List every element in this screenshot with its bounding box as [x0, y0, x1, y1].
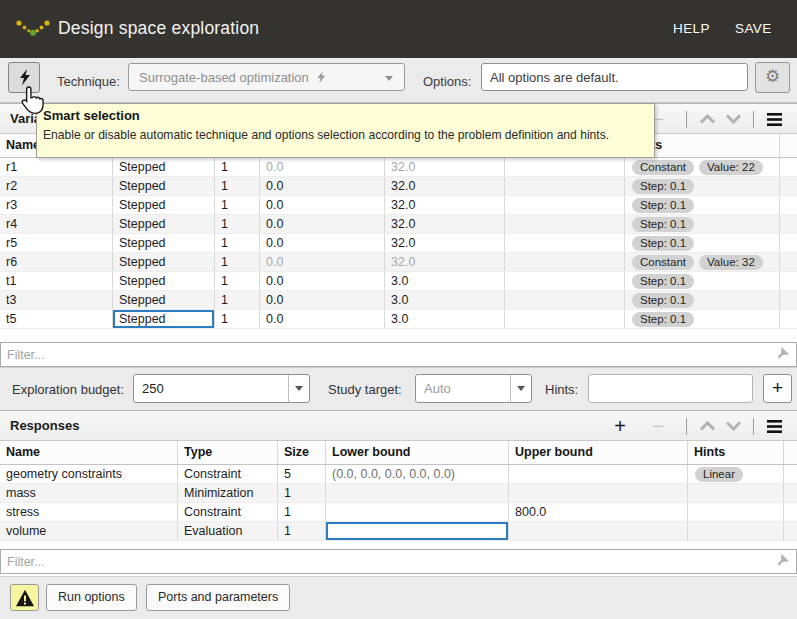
- filter-funnel-icon[interactable]: [772, 345, 790, 363]
- var-hints-cell[interactable]: ConstantValue: 22: [625, 158, 780, 176]
- var-lower-cell[interactable]: 0.0: [260, 158, 385, 176]
- gear-icon[interactable]: ⚙: [755, 62, 790, 93]
- resp-upper-cell[interactable]: [509, 465, 688, 483]
- resp-name-cell[interactable]: geometry constraints: [0, 465, 178, 483]
- var-name-cell[interactable]: t1: [0, 272, 113, 290]
- filter-input[interactable]: [1, 555, 775, 569]
- var-lower-cell[interactable]: 0.0: [260, 291, 385, 309]
- warnings-button[interactable]: [10, 584, 39, 611]
- resp-type-cell[interactable]: Minimization: [178, 484, 278, 502]
- resp-type-cell[interactable]: Constraint: [178, 465, 278, 483]
- var-hints-cell[interactable]: Step: 0.1: [625, 215, 780, 233]
- var-hints-cell[interactable]: Step: 0.1: [625, 272, 780, 290]
- var-extra-cell[interactable]: [505, 196, 625, 214]
- exploration-budget-dropdown[interactable]: 250: [133, 374, 310, 403]
- var-size-cell[interactable]: 1: [215, 196, 260, 214]
- var-extra-cell[interactable]: [505, 215, 625, 233]
- var-size-cell[interactable]: 1: [215, 253, 260, 271]
- var-size-cell[interactable]: 1: [215, 310, 260, 328]
- var-size-cell[interactable]: 1: [215, 234, 260, 252]
- var-type-cell[interactable]: Stepped: [113, 196, 215, 214]
- resp-upper-cell[interactable]: 800.0: [509, 503, 688, 521]
- var-hints-cell[interactable]: Step: 0.1: [625, 291, 780, 309]
- resp-lower-cell[interactable]: (0.0, 0.0, 0.0, 0.0, 0.0): [326, 465, 509, 483]
- var-extra-cell[interactable]: [505, 177, 625, 195]
- hints-input[interactable]: [588, 374, 753, 403]
- filter-funnel-icon[interactable]: [772, 552, 790, 570]
- var-upper-cell[interactable]: 32.0: [385, 253, 505, 271]
- add-button[interactable]: +: [607, 415, 633, 437]
- var-extra-cell[interactable]: [505, 234, 625, 252]
- var-hints-cell[interactable]: Step: 0.1: [625, 196, 780, 214]
- resp-lower-cell[interactable]: [326, 503, 509, 521]
- var-size-cell[interactable]: 1: [215, 272, 260, 290]
- move-down-button[interactable]: [720, 415, 746, 437]
- var-upper-cell[interactable]: 32.0: [385, 158, 505, 176]
- var-type-cell-selected[interactable]: Stepped: [113, 310, 215, 328]
- var-name-cell[interactable]: r4: [0, 215, 113, 233]
- var-name-cell[interactable]: r6: [0, 253, 113, 271]
- var-size-cell[interactable]: 1: [215, 291, 260, 309]
- var-type-cell[interactable]: Stepped: [113, 234, 215, 252]
- resp-size-cell[interactable]: 5: [278, 465, 326, 483]
- resp-lower-cell[interactable]: [326, 484, 509, 502]
- resp-name-cell[interactable]: stress: [0, 503, 178, 521]
- var-upper-cell[interactable]: 32.0: [385, 234, 505, 252]
- options-input[interactable]: [481, 63, 748, 91]
- resp-type-cell[interactable]: Evaluation: [178, 522, 278, 540]
- menu-button[interactable]: [761, 415, 787, 437]
- var-lower-cell[interactable]: 0.0: [260, 196, 385, 214]
- var-name-cell[interactable]: t5: [0, 310, 113, 328]
- remove-button[interactable]: −: [645, 415, 671, 437]
- var-name-cell[interactable]: r1: [0, 158, 113, 176]
- var-name-cell[interactable]: r5: [0, 234, 113, 252]
- study-target-dropdown[interactable]: Auto: [415, 374, 532, 403]
- var-lower-cell[interactable]: 0.0: [260, 253, 385, 271]
- resp-size-cell[interactable]: 1: [278, 484, 326, 502]
- var-hints-cell[interactable]: ConstantValue: 32: [625, 253, 780, 271]
- var-upper-cell[interactable]: 3.0: [385, 272, 505, 290]
- run-options-button[interactable]: Run options: [46, 584, 137, 611]
- var-type-cell[interactable]: Stepped: [113, 177, 215, 195]
- var-size-cell[interactable]: 1: [215, 215, 260, 233]
- var-type-cell[interactable]: Stepped: [113, 253, 215, 271]
- var-extra-cell[interactable]: [505, 310, 625, 328]
- var-size-cell[interactable]: 1: [215, 158, 260, 176]
- var-extra-cell[interactable]: [505, 253, 625, 271]
- var-lower-cell[interactable]: 0.0: [260, 272, 385, 290]
- add-hint-button[interactable]: +: [763, 374, 792, 403]
- dropdown-arrow-button[interactable]: [288, 375, 309, 402]
- var-name-cell[interactable]: t3: [0, 291, 113, 309]
- var-lower-cell[interactable]: 0.0: [260, 310, 385, 328]
- save-button[interactable]: SAVE: [735, 21, 772, 36]
- ports-and-parameters-button[interactable]: Ports and parameters: [146, 584, 290, 611]
- filter-input[interactable]: [1, 348, 775, 362]
- var-name-cell[interactable]: r2: [0, 177, 113, 195]
- var-hints-cell[interactable]: Step: 0.1: [625, 234, 780, 252]
- var-upper-cell[interactable]: 32.0: [385, 215, 505, 233]
- var-extra-cell[interactable]: [505, 158, 625, 176]
- menu-button[interactable]: [761, 108, 787, 130]
- var-lower-cell[interactable]: 0.0: [260, 215, 385, 233]
- resp-hints-cell[interactable]: Linear: [688, 465, 784, 483]
- var-size-cell[interactable]: 1: [215, 177, 260, 195]
- help-button[interactable]: HELP: [673, 21, 710, 36]
- var-type-cell[interactable]: Stepped: [113, 272, 215, 290]
- resp-lower-cell-selected[interactable]: [326, 522, 509, 540]
- var-upper-cell[interactable]: 3.0: [385, 291, 505, 309]
- var-name-cell[interactable]: r3: [0, 196, 113, 214]
- var-extra-cell[interactable]: [505, 272, 625, 290]
- resp-upper-cell[interactable]: [509, 484, 688, 502]
- var-upper-cell[interactable]: 32.0: [385, 177, 505, 195]
- var-type-cell[interactable]: Stepped: [113, 291, 215, 309]
- var-extra-cell[interactable]: [505, 291, 625, 309]
- var-upper-cell[interactable]: 32.0: [385, 196, 505, 214]
- move-up-button[interactable]: [694, 108, 720, 130]
- var-type-cell[interactable]: Stepped: [113, 158, 215, 176]
- dropdown-arrow-button[interactable]: [510, 375, 531, 402]
- resp-name-cell[interactable]: volume: [0, 522, 178, 540]
- resp-type-cell[interactable]: Constraint: [178, 503, 278, 521]
- var-lower-cell[interactable]: 0.0: [260, 234, 385, 252]
- resp-hints-cell[interactable]: [688, 484, 784, 502]
- var-upper-cell[interactable]: 3.0: [385, 310, 505, 328]
